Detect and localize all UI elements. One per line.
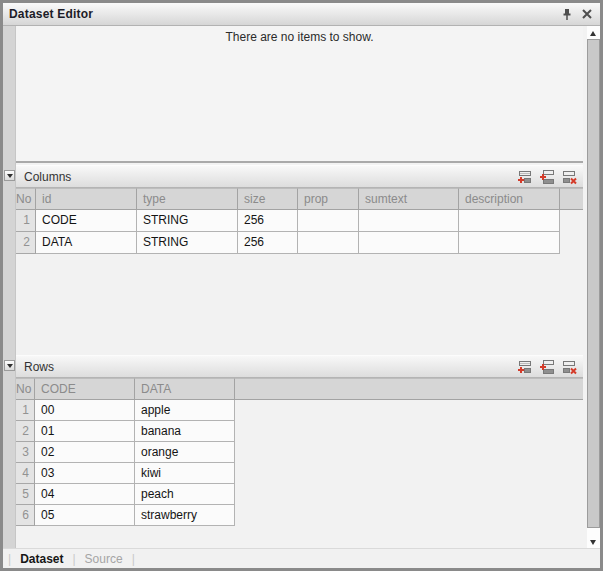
scrollbar-thumb[interactable] [587,39,600,528]
col-header-no[interactable]: No [16,378,35,400]
cell-code[interactable]: 02 [35,442,135,463]
chevron-down-icon [7,364,13,368]
tab-separator: | [8,552,11,566]
cell-code[interactable]: 01 [35,421,135,442]
insert-row-icon[interactable] [539,359,555,375]
rows-section-header: Rows [16,355,583,378]
cell-type[interactable]: STRING [137,210,238,232]
columns-toolbar [517,169,583,185]
table-row[interactable]: 5 04 peach [16,484,583,505]
row-number-cell: 2 [16,232,36,254]
row-number-cell: 5 [16,484,35,505]
vertical-scrollbar[interactable] [587,26,600,548]
main-area: There are no items to show. Columns [3,26,600,548]
cell-size[interactable]: 256 [238,210,298,232]
row-number-cell: 1 [16,400,35,421]
row-number-cell: 4 [16,463,35,484]
tab-dataset[interactable]: Dataset [20,552,63,566]
titlebar: Dataset Editor [3,3,600,26]
delete-row-icon[interactable] [561,359,577,375]
dataset-editor-window: Dataset Editor [0,0,603,571]
scroll-down-icon[interactable] [590,540,596,545]
table-row[interactable]: 1 CODE STRING 256 [16,210,583,232]
row-number-cell: 6 [16,505,35,526]
col-header-sumtext[interactable]: sumtext [359,188,459,210]
cell-code[interactable]: 04 [35,484,135,505]
items-empty-panel: There are no items to show. [16,26,583,163]
table-row[interactable]: 1 00 apple [16,400,583,421]
columns-grid: No id type size prop sumtext description… [16,188,583,254]
cell-prop[interactable] [298,232,359,254]
collapse-columns-button[interactable] [4,170,15,181]
row-number-cell: 3 [16,442,35,463]
cell-code[interactable]: 03 [35,463,135,484]
table-row[interactable]: 2 01 banana [16,421,583,442]
cell-size[interactable]: 256 [238,232,298,254]
delete-row-icon[interactable] [561,169,577,185]
rows-grid: No CODE DATA 1 00 apple 2 01 banana 3 [16,378,583,526]
bottom-tabbar: | Dataset | Source | [3,548,600,568]
columns-section-title: Columns [16,170,517,184]
cell-sumtext[interactable] [359,210,459,232]
cell-id[interactable]: DATA [36,232,137,254]
rows-toolbar [517,359,583,375]
left-gutter [3,26,16,548]
cell-id[interactable]: CODE [36,210,137,232]
cell-code[interactable]: 00 [35,400,135,421]
cell-data[interactable]: apple [135,400,235,421]
col-header-no[interactable]: No [16,188,36,210]
cell-data[interactable]: kiwi [135,463,235,484]
table-row[interactable]: 3 02 orange [16,442,583,463]
table-row[interactable]: 2 DATA STRING 256 [16,232,583,254]
scroll-up-icon[interactable] [590,31,596,36]
rows-grid-header: No CODE DATA [16,378,583,400]
col-header-prop[interactable]: prop [298,188,359,210]
titlebar-icons [560,7,600,21]
cell-type[interactable]: STRING [137,232,238,254]
insert-row-icon[interactable] [539,169,555,185]
col-header-id[interactable]: id [36,188,137,210]
col-header-code[interactable]: CODE [35,378,135,400]
col-header-type[interactable]: type [137,188,238,210]
cell-data[interactable]: orange [135,442,235,463]
columns-section-header: Columns [16,165,583,188]
add-row-icon[interactable] [517,359,533,375]
tab-source[interactable]: Source [85,552,123,566]
table-row[interactable]: 4 03 kiwi [16,463,583,484]
tab-separator: | [72,552,75,566]
col-header-filler [235,378,583,400]
col-header-description[interactable]: description [459,188,560,210]
empty-message: There are no items to show. [225,30,373,44]
col-header-size[interactable]: size [238,188,298,210]
close-icon[interactable] [580,7,594,21]
content: There are no items to show. Columns [16,26,583,548]
table-row[interactable]: 6 05 strawberry [16,505,583,526]
cell-data[interactable]: banana [135,421,235,442]
col-header-data[interactable]: DATA [135,378,235,400]
cell-description[interactable] [459,210,560,232]
pin-icon[interactable] [560,7,574,21]
rows-section-title: Rows [16,360,517,374]
cell-code[interactable]: 05 [35,505,135,526]
columns-grid-header: No id type size prop sumtext description [16,188,583,210]
cell-description[interactable] [459,232,560,254]
cell-data[interactable]: strawberry [135,505,235,526]
cell-prop[interactable] [298,210,359,232]
add-row-icon[interactable] [517,169,533,185]
row-number-cell: 2 [16,421,35,442]
panel-title: Dataset Editor [3,7,560,21]
row-number-cell: 1 [16,210,36,232]
collapse-rows-button[interactable] [4,360,15,371]
tab-separator: | [132,552,135,566]
cell-data[interactable]: peach [135,484,235,505]
cell-sumtext[interactable] [359,232,459,254]
col-header-filler [560,188,583,210]
chevron-down-icon [7,174,13,178]
